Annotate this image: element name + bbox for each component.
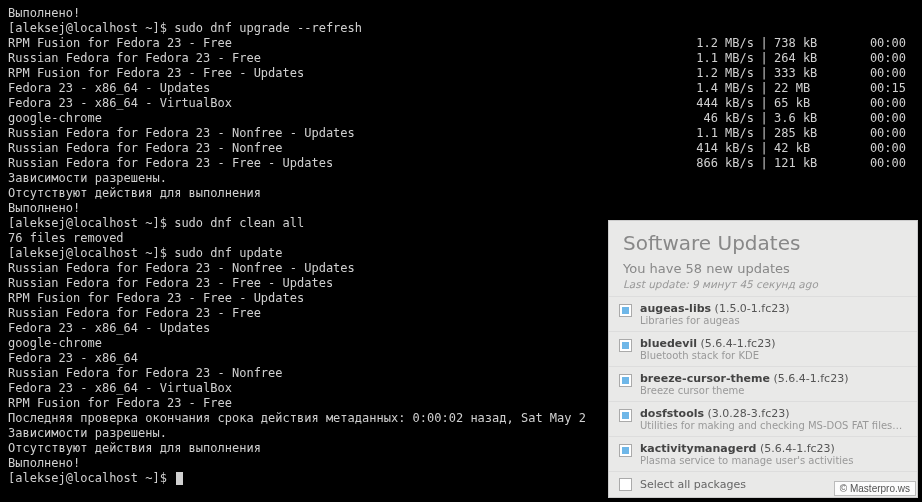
repo-row: RPM Fusion for Fedora 23 - Free1.2 MB/s|…: [8, 36, 914, 51]
update-desc: Breeze cursor theme: [640, 385, 907, 396]
update-checkbox[interactable]: [619, 374, 632, 387]
repo-row: Russian Fedora for Fedora 23 - Free - Up…: [8, 156, 914, 171]
update-item[interactable]: dosfstools (3.0.28-3.fc23)Utilities for …: [609, 401, 917, 436]
repo-row: Fedora 23 - x86_64 - Updates1.4 MB/s|22 …: [8, 81, 914, 96]
update-desc: Bluetooth stack for KDE: [640, 350, 907, 361]
repo-row: Fedora 23 - x86_64 - VirtualBox444 kB/s|…: [8, 96, 914, 111]
update-checkbox[interactable]: [619, 444, 632, 457]
repo-row: google-chrome46 kB/s|3.6 kB00:00: [8, 111, 914, 126]
update-name: breeze-cursor-theme (5.6.4-1.fc23): [640, 372, 907, 385]
update-checkbox[interactable]: [619, 339, 632, 352]
update-name: kactivitymanagerd (5.6.4-1.fc23): [640, 442, 907, 455]
repo-row: Russian Fedora for Fedora 23 - Free1.1 M…: [8, 51, 914, 66]
software-updates-popup: Software Updates You have 58 new updates…: [608, 220, 918, 498]
select-all-label: Select all packages: [640, 478, 746, 491]
update-checkbox[interactable]: [619, 304, 632, 317]
watermark: © Masterpro.ws: [834, 481, 916, 496]
update-desc: Utilities for making and checking MS-DOS…: [640, 420, 907, 431]
popup-title: Software Updates: [623, 231, 903, 255]
repo-row: Russian Fedora for Fedora 23 - Nonfree -…: [8, 126, 914, 141]
update-desc: Libraries for augeas: [640, 315, 907, 326]
update-item[interactable]: breeze-cursor-theme (5.6.4-1.fc23)Breeze…: [609, 366, 917, 401]
update-checkbox[interactable]: [619, 409, 632, 422]
update-name: augeas-libs (1.5.0-1.fc23): [640, 302, 907, 315]
repo-row: RPM Fusion for Fedora 23 - Free - Update…: [8, 66, 914, 81]
select-all-checkbox[interactable]: [619, 478, 632, 491]
repo-row: Russian Fedora for Fedora 23 - Nonfree41…: [8, 141, 914, 156]
update-desc: Plasma service to manage user's activiti…: [640, 455, 907, 466]
update-name: bluedevil (5.6.4-1.fc23): [640, 337, 907, 350]
popup-last-update: Last update: 9 минут 45 секунд ago: [623, 278, 903, 290]
update-name: dosfstools (3.0.28-3.fc23): [640, 407, 907, 420]
update-item[interactable]: bluedevil (5.6.4-1.fc23)Bluetooth stack …: [609, 331, 917, 366]
update-list: augeas-libs (1.5.0-1.fc23)Libraries for …: [609, 296, 917, 471]
popup-subtitle: You have 58 new updates: [623, 261, 903, 276]
update-item[interactable]: kactivitymanagerd (5.6.4-1.fc23)Plasma s…: [609, 436, 917, 471]
update-item[interactable]: augeas-libs (1.5.0-1.fc23)Libraries for …: [609, 296, 917, 331]
cursor: [176, 472, 183, 485]
